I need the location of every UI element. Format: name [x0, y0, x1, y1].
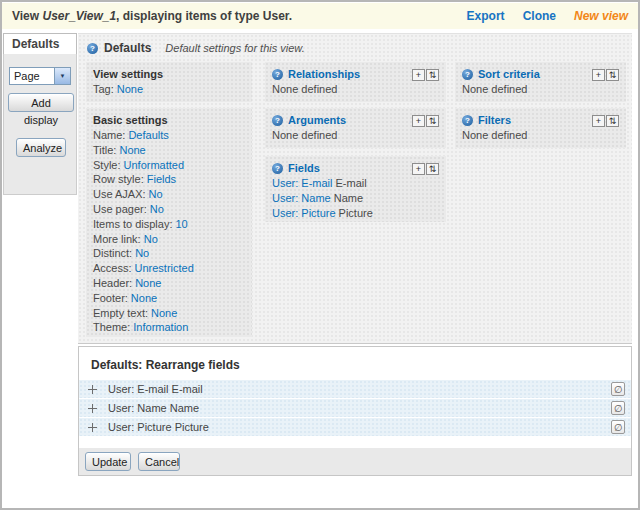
fields-title-link[interactable]: Fields [288, 161, 320, 176]
view-name: User_View_1 [42, 9, 116, 23]
box-title: View settings [93, 67, 245, 82]
update-button[interactable]: Update [85, 452, 131, 471]
setting-value-link[interactable]: Unrestricted [135, 262, 194, 274]
rearrange-arguments-button[interactable]: ⇅ [426, 115, 439, 127]
setting-value-link[interactable]: 10 [175, 218, 187, 230]
rearrange-relationships-button[interactable]: ⇅ [426, 69, 439, 81]
setting-label: Theme: [93, 321, 130, 333]
display-settings-panel: ? Defaults Default settings for this vie… [78, 33, 632, 344]
rearrange-sorts-button[interactable]: ⇅ [606, 69, 619, 81]
display-type-value: Page [14, 70, 40, 82]
filters-section: ? Filters + ⇅ None defined [455, 108, 626, 148]
setting-label: Access: [93, 262, 132, 274]
help-icon[interactable]: ? [272, 115, 283, 126]
filters-empty-text: None defined [462, 128, 619, 143]
relationships-section: ? Relationships + ⇅ None defined [265, 62, 446, 102]
new-view-link[interactable]: New view [574, 9, 628, 23]
setting-value-link[interactable]: No [149, 188, 163, 200]
setting-label: Use pager: [93, 203, 147, 215]
rearrange-rows: User: E-mail E-mail ∅ User: Name Name ∅ … [79, 380, 631, 437]
drag-handle-icon[interactable] [87, 422, 98, 433]
help-icon[interactable]: ? [462, 69, 473, 80]
relationships-title-link[interactable]: Relationships [288, 67, 360, 82]
field-label: Picture [339, 207, 373, 219]
fields-section: ? Fields + ⇅ User: E-mailE-mail User: Na… [265, 156, 446, 222]
setting-value-link[interactable]: No [150, 203, 164, 215]
setting-value-link[interactable]: None [151, 307, 177, 319]
field-row-label: User: Picture Picture [108, 421, 209, 433]
panel-heading: Defaults [104, 41, 151, 55]
field-label: Name [334, 192, 363, 204]
setting-label: More link: [93, 233, 141, 245]
cancel-button[interactable]: Cancel [138, 452, 180, 471]
field-row-label: User: E-mail E-mail [108, 383, 203, 395]
select-arrow-icon: ▼ [54, 68, 70, 84]
view-settings-box: View settings Tag:None [86, 62, 252, 102]
add-filter-button[interactable]: + [592, 115, 605, 127]
views-edit-screen: View User_View_1, displaying items of ty… [0, 0, 640, 510]
setting-value-link[interactable]: None [119, 144, 145, 156]
setting-value-link[interactable]: None [135, 277, 161, 289]
remove-field-button[interactable]: ∅ [611, 401, 625, 415]
setting-value-link[interactable]: Information [133, 321, 188, 333]
field-link[interactable]: User: Name [272, 192, 331, 204]
page-title-prefix: View [12, 9, 39, 23]
help-icon[interactable]: ? [272, 163, 283, 174]
drag-handle-icon[interactable] [87, 403, 98, 414]
setting-label: Name: [93, 129, 125, 141]
add-display-button[interactable]: Add display [8, 93, 74, 112]
setting-label: Empty text: [93, 307, 148, 319]
basic-settings-box: Basic settings Name:Defaults Title:None … [86, 108, 252, 337]
setting-value-link[interactable]: Fields [147, 173, 176, 185]
remove-field-button[interactable]: ∅ [611, 420, 625, 434]
filters-title-link[interactable]: Filters [478, 113, 511, 128]
help-icon[interactable]: ? [272, 69, 283, 80]
field-row: User: E-mail E-mail ∅ [79, 380, 631, 398]
page-title: View User_View_1, displaying items of ty… [12, 9, 292, 23]
field-link[interactable]: User: E-mail [272, 177, 333, 189]
setting-value-link[interactable]: Unformatted [124, 159, 185, 171]
setting-value-link[interactable]: No [135, 247, 149, 259]
field-label: E-mail [336, 177, 367, 189]
rearrange-filters-button[interactable]: ⇅ [606, 115, 619, 127]
field-row: User: Name Name ∅ [79, 399, 631, 417]
display-sidebar: Page ▼ Add display Analyze [3, 54, 77, 195]
sort-criteria-title-link[interactable]: Sort criteria [478, 67, 540, 82]
sort-criteria-empty-text: None defined [462, 82, 619, 97]
add-relationship-button[interactable]: + [412, 69, 425, 81]
page-title-suffix: , displaying items of type User. [116, 9, 292, 23]
field-link[interactable]: User: Picture [272, 207, 336, 219]
help-icon[interactable]: ? [87, 43, 98, 54]
arguments-empty-text: None defined [272, 128, 439, 143]
field-row: User: Picture Picture ∅ [79, 418, 631, 436]
page-header: View User_View_1, displaying items of ty… [2, 3, 638, 29]
setting-label: Style: [93, 159, 121, 171]
drag-handle-icon[interactable] [87, 384, 98, 395]
setting-value-link[interactable]: None [117, 83, 143, 95]
help-icon[interactable]: ? [462, 115, 473, 126]
remove-field-button[interactable]: ∅ [611, 382, 625, 396]
export-link[interactable]: Export [467, 9, 505, 23]
add-argument-button[interactable]: + [412, 115, 425, 127]
rearrange-fields-button[interactable]: ⇅ [426, 163, 439, 175]
setting-value-link[interactable]: None [131, 292, 157, 304]
setting-label: Distinct: [93, 247, 132, 259]
setting-label: Header: [93, 277, 132, 289]
sort-criteria-section: ? Sort criteria + ⇅ None defined [455, 62, 626, 102]
add-sort-button[interactable]: + [592, 69, 605, 81]
relationships-empty-text: None defined [272, 82, 439, 97]
tab-defaults[interactable]: Defaults [3, 33, 77, 55]
setting-value-link[interactable]: Defaults [128, 129, 168, 141]
box-title: Basic settings [93, 113, 245, 128]
field-row-label: User: Name Name [108, 402, 199, 414]
clone-link[interactable]: Clone [523, 9, 556, 23]
setting-label: Tag: [93, 83, 114, 95]
analyze-button[interactable]: Analyze [16, 138, 66, 157]
panel-heading-row: ? Defaults Default settings for this vie… [87, 41, 305, 55]
add-field-button[interactable]: + [412, 163, 425, 175]
arguments-title-link[interactable]: Arguments [288, 113, 346, 128]
setting-value-link[interactable]: No [144, 233, 158, 245]
arguments-section: ? Arguments + ⇅ None defined [265, 108, 446, 148]
panel-description: Default settings for this view. [165, 42, 304, 54]
display-type-select[interactable]: Page ▼ [9, 67, 71, 85]
